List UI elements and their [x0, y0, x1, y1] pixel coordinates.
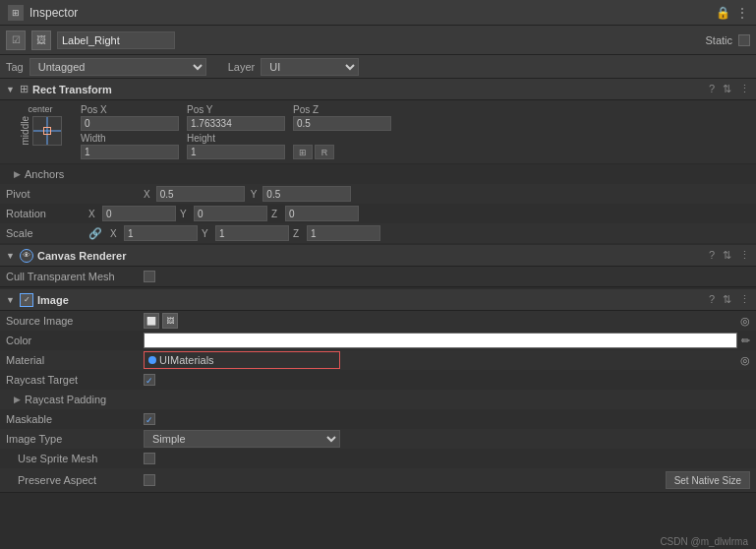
maskable-checkbox[interactable]: [144, 413, 155, 425]
image-content: Source Image ⬜ 🖼 ◎ Color ✏ Material UIMa…: [0, 311, 756, 493]
use-sprite-mesh-label: Use Sprite Mesh: [6, 453, 144, 464]
rect-transform-arrow: ▼: [6, 85, 16, 94]
pivot-y-input[interactable]: [262, 186, 351, 202]
canvas-menu-icon[interactable]: ⋮: [739, 249, 750, 262]
image-arrow: ▼: [6, 295, 16, 305]
pivot-label: Pivot: [6, 188, 144, 200]
set-native-size-button[interactable]: Set Native Size: [666, 471, 750, 489]
rotation-z-input[interactable]: [285, 206, 359, 221]
scale-row: Scale 🔗 X Y Z: [0, 223, 756, 243]
rotation-x-key: X: [88, 209, 100, 219]
tag-label: Tag: [6, 61, 24, 73]
rect-transform-toggle[interactable]: ⊞: [20, 83, 29, 95]
tag-dropdown[interactable]: Untagged: [29, 58, 206, 76]
pos-y-input[interactable]: [187, 116, 285, 131]
pos-x-label: Pos X: [81, 104, 179, 115]
pos-z-input[interactable]: [293, 116, 391, 131]
image-header[interactable]: ▼ ✓ Image ? ⇅ ⋮: [0, 289, 756, 311]
canvas-settings-icon[interactable]: ⇅: [723, 249, 731, 262]
rect-menu-icon[interactable]: ⋮: [739, 83, 750, 95]
color-eyedropper-icon[interactable]: ✏: [741, 335, 750, 347]
image-type-label: Image Type: [6, 433, 144, 445]
maskable-label: Maskable: [6, 413, 144, 425]
use-sprite-mesh-checkbox[interactable]: [144, 453, 155, 464]
rect-transform-title: Rect Transform: [32, 84, 112, 95]
preserve-aspect-label: Preserve Aspect: [6, 474, 144, 486]
canvas-renderer-icon: 👁: [20, 249, 33, 263]
material-box[interactable]: UIMaterials: [144, 351, 340, 369]
anchors-label: Anchors: [25, 168, 64, 180]
middle-label: middle: [20, 116, 30, 145]
anchors-section[interactable]: ▶ Anchors: [0, 164, 756, 184]
blueprint-btn[interactable]: ⊞: [293, 145, 313, 159]
preserve-aspect-checkbox[interactable]: [144, 474, 155, 486]
rotation-z-field: Z: [271, 206, 359, 221]
canvas-renderer-header[interactable]: ▼ 👁 Canvas Renderer ? ⇅ ⋮: [0, 245, 756, 267]
rect-buttons: ⊞ R: [293, 145, 334, 159]
object-name-input[interactable]: [57, 31, 175, 49]
canvas-help-icon[interactable]: ?: [709, 249, 715, 262]
title-bar: ⊞ Inspector 🔒 ⋮: [0, 0, 756, 26]
image-checkbox-icon[interactable]: ✓: [20, 293, 33, 307]
canvas-renderer-content: Cull Transparent Mesh: [0, 267, 756, 287]
maskable-row: Maskable: [0, 409, 756, 429]
static-checkbox[interactable]: [738, 34, 750, 46]
r-btn[interactable]: R: [315, 145, 334, 159]
scale-z-field: Z: [293, 225, 380, 241]
scale-x-input[interactable]: [124, 225, 198, 241]
image-help-icon[interactable]: ?: [709, 293, 715, 306]
width-input[interactable]: [81, 145, 179, 159]
rect-help-icon[interactable]: ?: [709, 83, 715, 95]
pos-y-field: Pos Y: [187, 104, 285, 131]
image-type-dropdown[interactable]: Simple: [144, 430, 340, 448]
rect-settings-icon[interactable]: ⇅: [723, 83, 731, 95]
rotation-z-key: Z: [271, 209, 283, 219]
anchor-visual[interactable]: [32, 116, 62, 146]
scale-label: Scale: [6, 227, 85, 239]
raycast-padding-section[interactable]: ▶ Raycast Padding: [0, 390, 756, 409]
canvas-renderer-title: Canvas Renderer: [37, 250, 127, 262]
image-menu-icon[interactable]: ⋮: [739, 293, 750, 306]
pivot-row: Pivot X Y: [0, 184, 756, 204]
rect-transform-content: center middle Pos X Pos Y Pos Z: [0, 100, 756, 164]
rect-transform-header[interactable]: ▼ ⊞ Rect Transform ? ⇅ ⋮: [0, 79, 756, 100]
rotation-x-input[interactable]: [102, 206, 176, 221]
tag-layer-row: Tag Untagged Layer UI: [0, 55, 756, 79]
pos-z-field: Pos Z: [293, 104, 391, 131]
height-input[interactable]: [187, 145, 285, 159]
raycast-padding-arrow: ▶: [14, 395, 21, 404]
preserve-aspect-row: Preserve Aspect Set Native Size: [0, 468, 756, 492]
source-image-icon1: ⬜: [144, 313, 159, 329]
object-visibility-checkbox[interactable]: ☑: [6, 30, 26, 50]
height-label: Height: [187, 133, 285, 144]
watermark: CSDN @m_dlwlrma: [652, 534, 756, 549]
anchors-arrow: ▶: [14, 169, 21, 179]
rotation-label: Rotation: [6, 208, 85, 219]
scale-z-input[interactable]: [307, 225, 380, 241]
scale-y-field: Y: [202, 225, 289, 241]
cull-mesh-checkbox[interactable]: [144, 271, 155, 282]
pivot-x-input[interactable]: [156, 186, 245, 202]
image-title: Image: [37, 294, 69, 306]
lock-icon[interactable]: 🔒: [716, 6, 730, 20]
scale-y-input[interactable]: [215, 225, 289, 241]
raycast-target-checkbox[interactable]: [144, 374, 155, 386]
source-image-value: ⬜ 🖼: [144, 313, 178, 329]
material-row: Material UIMaterials ◎: [0, 350, 756, 370]
material-target-icon[interactable]: ◎: [740, 354, 750, 367]
source-image-target-icon[interactable]: ◎: [740, 315, 750, 328]
color-swatch[interactable]: [144, 333, 737, 348]
raycast-target-label: Raycast Target: [6, 374, 144, 386]
menu-icon[interactable]: ⋮: [736, 6, 748, 20]
inspector-icon: ⊞: [8, 5, 24, 21]
scale-x-field: X: [110, 225, 198, 241]
image-settings-icon[interactable]: ⇅: [723, 293, 731, 306]
layer-dropdown[interactable]: UI: [261, 58, 359, 76]
pos-x-input[interactable]: [81, 116, 179, 131]
cull-mesh-row: Cull Transparent Mesh: [0, 267, 756, 286]
rotation-y-input[interactable]: [194, 206, 267, 221]
scale-link-icon: 🔗: [88, 227, 102, 240]
pos-y-label: Pos Y: [187, 104, 285, 115]
rotation-x-field: X: [88, 206, 176, 221]
canvas-renderer-arrow: ▼: [6, 251, 16, 261]
